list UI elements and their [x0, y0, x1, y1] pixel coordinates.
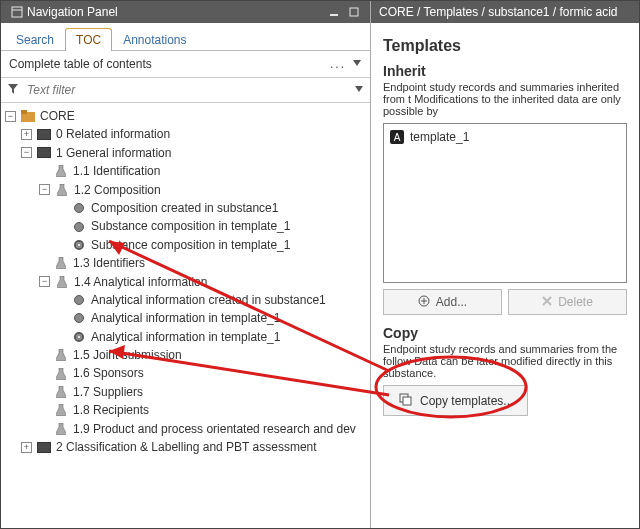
- toc-subtitle: Complete table of contents: [9, 57, 152, 71]
- copy-icon: [398, 392, 412, 409]
- delete-button[interactable]: Delete: [508, 289, 627, 315]
- tree-item[interactable]: Analytical information created in substa…: [91, 293, 326, 307]
- tree-item[interactable]: Substance composition in template_1: [91, 238, 290, 252]
- tree[interactable]: −CORE +0 Related information −1 General …: [1, 103, 370, 528]
- tree-item[interactable]: 1.4 Analytical information: [74, 275, 207, 289]
- tree-item[interactable]: Substance composition in template_1: [91, 219, 290, 233]
- tab-bar: Search TOC Annotations: [1, 23, 370, 51]
- delete-label: Delete: [558, 295, 593, 309]
- dropdown-icon[interactable]: [352, 57, 362, 71]
- filter-row: [1, 78, 370, 103]
- flask-icon: [53, 422, 69, 436]
- tab-search[interactable]: Search: [5, 28, 65, 51]
- tree-item[interactable]: 0 Related information: [56, 127, 170, 141]
- dot-icon: [71, 311, 87, 325]
- expand-icon[interactable]: −: [21, 147, 32, 158]
- panel-icon: [7, 4, 27, 20]
- tree-item[interactable]: 1.9 Product and process orientated resea…: [73, 422, 356, 436]
- tree-item[interactable]: 1.7 Suppliers: [73, 385, 143, 399]
- copy-heading: Copy: [383, 325, 627, 341]
- x-icon: [542, 295, 552, 309]
- svg-marker-4: [353, 60, 361, 66]
- tree-item[interactable]: 1.5 Joint submission: [73, 348, 182, 362]
- svg-marker-6: [355, 86, 363, 92]
- copy-templates-button[interactable]: Copy templates...: [383, 385, 528, 416]
- tree-item[interactable]: 1.1 Identification: [73, 164, 160, 178]
- tree-item[interactable]: Analytical information in template_1: [91, 311, 280, 325]
- doc-icon: [36, 146, 52, 160]
- dot-icon: [71, 220, 87, 234]
- copy-templates-label: Copy templates...: [420, 394, 513, 408]
- expand-icon[interactable]: −: [39, 276, 50, 287]
- minimize-icon[interactable]: [324, 4, 344, 20]
- expand-icon[interactable]: −: [5, 111, 16, 122]
- svg-rect-0: [12, 7, 22, 17]
- tree-item[interactable]: 2 Classification & Labelling and PBT ass…: [56, 440, 317, 454]
- expand-icon[interactable]: −: [39, 184, 50, 195]
- tree-item[interactable]: Analytical information in template_1: [91, 330, 280, 344]
- svg-rect-3: [350, 8, 358, 16]
- expand-icon[interactable]: +: [21, 442, 32, 453]
- filter-dropdown-icon[interactable]: [354, 83, 364, 97]
- list-item[interactable]: A template_1: [388, 128, 622, 146]
- template-label: template_1: [410, 130, 469, 144]
- filter-input[interactable]: [25, 82, 348, 98]
- flask-icon: [53, 164, 69, 178]
- tree-item[interactable]: 1.6 Sponsors: [73, 366, 144, 380]
- svg-rect-8: [21, 110, 27, 114]
- inherit-listbox[interactable]: A template_1: [383, 123, 627, 283]
- plus-icon: [418, 295, 430, 310]
- left-titlebar: Navigation Panel: [1, 1, 370, 23]
- tab-toc[interactable]: TOC: [65, 28, 112, 51]
- breadcrumb: CORE / Templates / substance1 / formic a…: [371, 1, 639, 23]
- flask-icon: [54, 183, 70, 197]
- flask-icon: [53, 367, 69, 381]
- tree-item[interactable]: 1.2 Composition: [74, 183, 161, 197]
- flask-icon: [53, 385, 69, 399]
- expand-icon[interactable]: +: [21, 129, 32, 140]
- dot-icon: [71, 201, 87, 215]
- toc-subtitle-row: Complete table of contents ...: [1, 51, 370, 78]
- maximize-icon[interactable]: [344, 4, 364, 20]
- tree-item[interactable]: 1.3 Identifiers: [73, 256, 145, 270]
- copy-description: Endpoint study records and summaries fro…: [383, 343, 627, 379]
- templates-heading: Templates: [383, 37, 627, 55]
- inherit-heading: Inherit: [383, 63, 627, 79]
- filter-icon: [7, 83, 19, 98]
- flask-icon: [53, 348, 69, 362]
- folder-icon: [20, 109, 36, 123]
- panel-title: Navigation Panel: [27, 5, 118, 19]
- tree-item[interactable]: Composition created in substance1: [91, 201, 278, 215]
- template-icon: A: [390, 130, 404, 144]
- doc-icon: [36, 440, 52, 454]
- tree-item[interactable]: 1.8 Recipients: [73, 403, 149, 417]
- doc-icon: [36, 128, 52, 142]
- add-label: Add...: [436, 295, 467, 309]
- toc-options-icon[interactable]: ...: [330, 57, 352, 71]
- add-button[interactable]: Add...: [383, 289, 502, 315]
- flask-icon: [53, 256, 69, 270]
- flask-icon: [53, 403, 69, 417]
- ring-icon: [71, 238, 87, 252]
- tree-item[interactable]: CORE: [40, 109, 75, 123]
- dot-icon: [71, 293, 87, 307]
- svg-marker-5: [8, 84, 18, 94]
- tree-item[interactable]: 1 General information: [56, 146, 171, 160]
- tab-annotations[interactable]: Annotations: [112, 28, 197, 51]
- svg-rect-15: [403, 397, 411, 405]
- ring-icon: [71, 330, 87, 344]
- inherit-description: Endpoint study records and summaries inh…: [383, 81, 627, 117]
- flask-icon: [54, 275, 70, 289]
